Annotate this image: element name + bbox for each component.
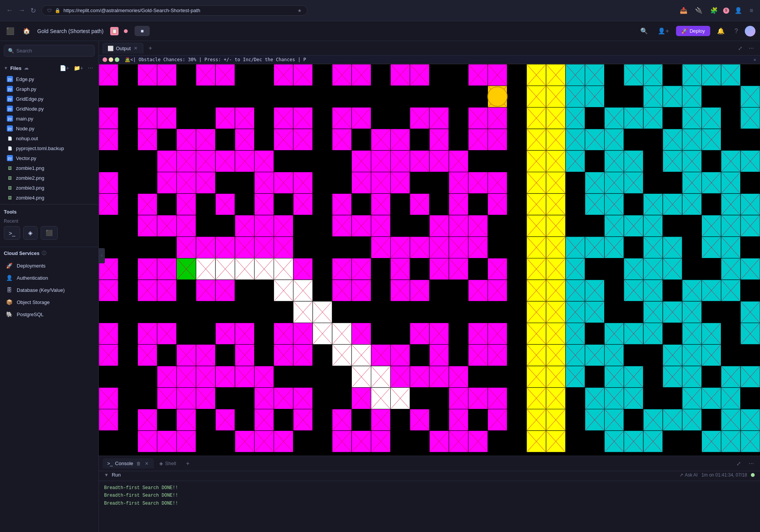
- tab-output[interactable]: ⬜ Output ✕: [103, 43, 143, 54]
- shell-tab-label: Shell: [165, 461, 176, 466]
- home-button[interactable]: 🏠: [21, 26, 33, 36]
- cloud-info-icon: ⓘ: [42, 250, 46, 256]
- console-panel: >_ Console 🗑 ✕ ◈ Shell + ⤢ ⋯ ▼ Run: [99, 456, 760, 532]
- search-button[interactable]: 🔍: [637, 26, 651, 36]
- win-close-btn[interactable]: [103, 57, 107, 62]
- win-minimize-btn[interactable]: [109, 57, 113, 62]
- address-bar[interactable]: 🛡 🔒 https://replit.com/@astralmemories/G…: [41, 5, 307, 16]
- refresh-button[interactable]: ↻: [29, 5, 38, 16]
- add-collaborator-button[interactable]: 👤+: [655, 26, 672, 36]
- ask-ai-button[interactable]: ↗ Ask AI: [679, 472, 698, 478]
- lock-icon: 🔒: [55, 8, 60, 13]
- cloud-item-object-storage[interactable]: 📦 Object Storage: [4, 296, 95, 308]
- console-actions: ⤢ ⋯: [734, 459, 756, 468]
- output-tab-label: Output: [116, 46, 131, 51]
- database-icon: 🗄: [5, 286, 13, 294]
- ai-icon: ↗: [679, 472, 683, 478]
- profile-button[interactable]: 👤: [732, 5, 744, 16]
- cloud-item-postgresql[interactable]: 🐘 PostgreSQL: [4, 308, 95, 320]
- sidebar: 🔍 Search ▼ Files ☁ 📄+ 📁+ ⋯ py Edge.py py: [0, 41, 99, 532]
- file-item[interactable]: 🖼 zombie3.png: [0, 183, 98, 193]
- file-name: Vector.py: [16, 155, 36, 161]
- cloud-item-authentication[interactable]: 👤 Authentication: [4, 272, 95, 284]
- search-box[interactable]: 🔍 Search: [4, 45, 95, 57]
- puzzle-button[interactable]: 🧩: [708, 5, 720, 16]
- tab-console[interactable]: >_ Console 🗑 ✕: [103, 458, 154, 469]
- file-item[interactable]: 📄 nohup.out: [0, 133, 98, 143]
- file-item[interactable]: py Edge.py: [0, 74, 98, 84]
- file-item[interactable]: 🖼 zombie1.png: [0, 163, 98, 173]
- png-file-icon: 🖼: [7, 195, 13, 201]
- tools-row: >_ ◈ ⬛: [4, 226, 95, 240]
- main-layout: 🔍 Search ▼ Files ☁ 📄+ 📁+ ⋯ py Edge.py py: [0, 41, 760, 532]
- console-tab-close[interactable]: ✕: [144, 461, 149, 466]
- browser-chrome: ← → ↻ 🛡 🔒 https://replit.com/@astralmemo…: [0, 0, 760, 21]
- tab-shell[interactable]: ◈ Shell: [155, 458, 181, 469]
- sidebar-toggle-button[interactable]: ⬛: [5, 25, 16, 37]
- url-text: https://replit.com/@astralmemories/Gold-…: [63, 8, 294, 13]
- run-label[interactable]: Run: [112, 472, 121, 478]
- screen-tool-button[interactable]: ⬛: [41, 226, 58, 240]
- add-console-tab-button[interactable]: +: [183, 459, 192, 469]
- file-item[interactable]: 🖼 zombie2.png: [0, 173, 98, 183]
- console-tab-icon: >_: [107, 461, 113, 466]
- ai-tool-button[interactable]: ◈: [23, 226, 38, 240]
- expand-console-button[interactable]: ⤢: [734, 459, 743, 468]
- file-item[interactable]: py Vector.py: [0, 153, 98, 163]
- win-maximize-btn[interactable]: [115, 57, 119, 62]
- help-button[interactable]: ?: [732, 26, 741, 36]
- back-button[interactable]: ←: [5, 5, 14, 16]
- png-file-icon: 🖼: [7, 185, 13, 191]
- extensions-button[interactable]: 🔌: [693, 5, 705, 16]
- output-header-text: 🧟<| Obstacle Chances: 30% | Press: +/- t…: [125, 57, 306, 62]
- deploy-button[interactable]: 🚀 Deploy: [676, 26, 710, 36]
- files-section-header[interactable]: ▼ Files ☁ 📄+ 📁+ ⋯: [0, 62, 98, 74]
- cloud-item-database[interactable]: 🗄 Database (Key/Value): [4, 284, 95, 296]
- console-right: ↗ Ask AI 1m on 01:41:34, 07/18: [679, 472, 755, 478]
- user-avatar[interactable]: [745, 26, 755, 36]
- download-button[interactable]: 📥: [678, 5, 690, 16]
- forward-button[interactable]: →: [17, 5, 27, 16]
- menu-button[interactable]: ≡: [747, 6, 755, 16]
- console-tabs: >_ Console 🗑 ✕ ◈ Shell + ⤢ ⋯: [99, 456, 760, 471]
- console-run-row: ▼ Run ↗ Ask AI 1m on 01:41:34, 07/18: [99, 471, 760, 481]
- search-icon: 🔍: [8, 48, 14, 54]
- cloud-item-deployments[interactable]: 🚀 Deployments: [4, 260, 95, 272]
- add-tab-button[interactable]: +: [146, 43, 155, 53]
- new-file-button[interactable]: 📄+: [58, 64, 71, 72]
- txt-file-icon: 📄: [7, 135, 13, 141]
- file-item[interactable]: py main.py: [0, 114, 98, 124]
- py-file-icon: py: [7, 125, 13, 131]
- console-more-button[interactable]: ⋯: [746, 459, 756, 468]
- window-controls: [103, 57, 119, 62]
- file-item[interactable]: py GridEdge.py: [0, 94, 98, 104]
- collapse-handle[interactable]: ‹: [99, 248, 105, 263]
- console-line: Breadth-first Search DONE!!: [104, 500, 755, 507]
- cloud-services-section: Cloud Services ⓘ 🚀 Deployments 👤 Authent…: [0, 247, 98, 323]
- run-chevron-icon[interactable]: ▼: [104, 472, 109, 478]
- file-item[interactable]: py GridNode.py: [0, 104, 98, 114]
- recent-label: Recent: [4, 218, 95, 224]
- files-label: Files: [10, 65, 22, 71]
- window-close-icon[interactable]: ✕: [754, 57, 756, 62]
- new-folder-button[interactable]: 📁+: [72, 64, 85, 72]
- file-item[interactable]: 📄 pyproject.toml.backup: [0, 143, 98, 153]
- panel-more-button[interactable]: ⋯: [746, 44, 756, 53]
- file-item[interactable]: py Node.py: [0, 124, 98, 133]
- file-item[interactable]: py Graph.py: [0, 84, 98, 94]
- file-item[interactable]: 🖼 zombie4.png: [0, 193, 98, 203]
- file-name: pyproject.toml.backup: [16, 146, 64, 151]
- console-trash-icon[interactable]: 🗑: [136, 461, 142, 466]
- file-name: Graph.py: [16, 86, 36, 92]
- stop-button[interactable]: ■: [135, 26, 150, 36]
- shell-tool-button[interactable]: >_: [4, 226, 20, 240]
- output-tab-close[interactable]: ✕: [133, 46, 138, 51]
- grid-canvas: [99, 64, 760, 452]
- notification-badge[interactable]: 9: [723, 8, 729, 14]
- bell-button[interactable]: 🔔: [714, 26, 728, 36]
- files-actions: 📄+ 📁+ ⋯: [58, 64, 95, 72]
- expand-panel-button[interactable]: ⤢: [736, 44, 745, 53]
- py-file-icon: py: [7, 106, 13, 112]
- output-header-bar: 🧟<| Obstacle Chances: 30% | Press: +/- t…: [99, 55, 760, 64]
- files-more-button[interactable]: ⋯: [86, 64, 95, 72]
